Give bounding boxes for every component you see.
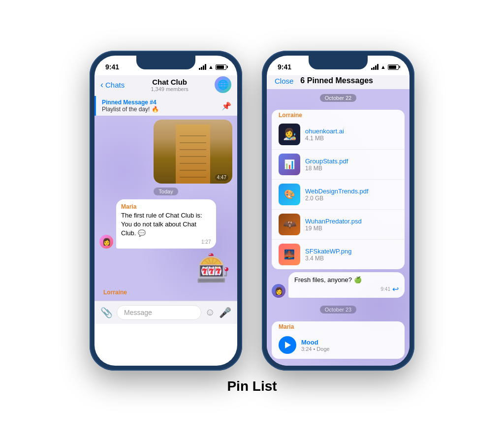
section-sender-lorraine: Lorraine xyxy=(272,110,405,120)
mood-info: Mood 3:24 • Doge xyxy=(301,339,398,352)
dont-show-btn[interactable]: Don't Show Pinned Messages xyxy=(267,362,410,366)
back-label[interactable]: Chats xyxy=(105,81,125,89)
chat-background: 4:47 Today 👩 Maria The first rule of Cha xyxy=(94,116,237,301)
phones-container: 9:41 ▲ ‹ Cha xyxy=(90,51,414,371)
phone-2: 9:41 ▲ Close 6 Pinned Mes xyxy=(262,51,414,371)
file-name-2: GroupStats.pdf xyxy=(305,157,398,165)
file-item-2[interactable]: 📊 GroupStats.pdf 18 MB xyxy=(272,150,405,180)
file-thumb-ai: 👩‍🎨 xyxy=(279,124,300,145)
wifi-icon-2: ▲ xyxy=(380,64,386,70)
incoming-message: Maria The first rule of Chat Club is: Yo… xyxy=(116,199,216,249)
pinned-content: Playlist of the day! 🔥 xyxy=(102,106,218,113)
signal-icon-2 xyxy=(371,64,378,70)
chat-title: Chat Club xyxy=(128,78,211,86)
chat-body: 4:47 Today 👩 Maria The first rule of Cha xyxy=(94,116,237,301)
file-item-4[interactable]: 🦇 WuhanPredator.psd 19 MB xyxy=(272,210,405,240)
back-chevron-icon: ‹ xyxy=(100,80,103,90)
mood-sender: Maria xyxy=(272,321,405,331)
file-name-5: SFSkateWP.png xyxy=(305,248,398,255)
chart-icon: 📊 xyxy=(284,159,295,170)
files-msg-bubble: Fresh files, anyone? 🍏 9:41 ↩ xyxy=(288,272,405,298)
file-item-3[interactable]: 🎨 WebDesignTrends.pdf 2.0 GB xyxy=(272,180,405,210)
file-name-3: WebDesignTrends.pdf xyxy=(305,188,398,195)
play-triangle-icon xyxy=(285,342,291,348)
bridge-icon: 🌉 xyxy=(284,249,295,260)
play-button[interactable] xyxy=(279,336,296,354)
image-time: 4:47 xyxy=(215,174,228,181)
bat-icon: 🦇 xyxy=(283,218,296,231)
file-item-5[interactable]: 🌉 SFSkateWP.png 3.4 MB xyxy=(272,240,405,269)
pinned-list-panel: Lorraine 👩‍🎨 ohuenkoart.ai 4.1 MB xyxy=(272,110,405,269)
forward-icon[interactable]: ↩ xyxy=(392,284,399,294)
file-info-5: SFSkateWP.png 3.4 MB xyxy=(305,248,398,262)
files-msg-text: Fresh files, anyone? 🍏 xyxy=(294,276,399,283)
date-divider: Today xyxy=(154,188,178,195)
time-1: 9:41 xyxy=(105,63,119,71)
chat-avatar[interactable]: 🌐 xyxy=(215,76,231,93)
file-size-2: 18 MB xyxy=(305,165,398,172)
files-msg-time: 9:41 xyxy=(381,286,390,292)
files-message: 👩 Fresh files, anyone? 🍏 9:41 ↩ xyxy=(272,272,405,298)
battery-icon-2 xyxy=(388,64,399,70)
incoming-message-wrap: 👩 Maria The first rule of Chat Club is: … xyxy=(99,199,232,249)
pinned-nav-title: 6 Pinned Messages xyxy=(300,76,373,85)
message-text: The first rule of Chat Club is: You do n… xyxy=(121,211,211,238)
slot-emoji: 🎰 xyxy=(196,252,230,283)
pinned-bar[interactable]: Pinned Message #4 Playlist of the day! 🔥… xyxy=(94,96,237,116)
image-message: 4:47 xyxy=(154,120,232,184)
status-icons-1: ▲ xyxy=(199,64,226,70)
messages-area: 4:47 Today 👩 Maria The first rule of Cha xyxy=(94,116,237,301)
message-time: 1:27 xyxy=(201,239,211,245)
message-meta: 1:27 xyxy=(121,239,211,245)
file-info-3: WebDesignTrends.pdf 2.0 GB xyxy=(305,188,398,202)
msg-avatar-maria: 👩 xyxy=(99,235,113,249)
date-section-oct23: October 23 xyxy=(267,301,410,318)
mic-icon[interactable]: 🎤 xyxy=(219,307,231,318)
chat-title-area: Chat Club 1,349 members xyxy=(128,78,211,92)
design-icon: 🎨 xyxy=(284,189,295,200)
files-msg-meta: 9:41 ↩ xyxy=(294,284,399,294)
phone-1: 9:41 ▲ ‹ Cha xyxy=(90,51,242,371)
emoji-icon[interactable]: ☺ xyxy=(205,307,215,318)
notch-1 xyxy=(136,56,195,69)
back-button[interactable]: ‹ Chats xyxy=(100,80,125,90)
pinned-label: Pinned Message #4 xyxy=(102,99,218,106)
file-thumb-png: 🌉 xyxy=(279,244,300,265)
file-thumb-psd: 🦇 xyxy=(279,214,300,235)
sender-name: Maria xyxy=(121,203,211,210)
chat-nav: ‹ Chats Chat Club 1,349 members 🌐 xyxy=(94,75,237,96)
file-thumb-pdf2: 🎨 xyxy=(279,184,300,205)
lorraine-label: Lorraine xyxy=(99,288,232,297)
file-info-2: GroupStats.pdf 18 MB xyxy=(305,157,398,172)
date-badge-oct23: October 23 xyxy=(320,306,356,314)
phone2-background: October 22 Lorraine 👩‍🎨 ohuenkoart.ai xyxy=(267,89,410,366)
file-size-5: 3.4 MB xyxy=(305,255,398,262)
file-info-1: ohuenkoart.ai 4.1 MB xyxy=(305,127,398,142)
ai-icon: 👩‍🎨 xyxy=(283,128,296,141)
date-section-oct22: October 22 xyxy=(267,89,410,107)
pinned-nav: Close 6 Pinned Messages xyxy=(267,75,410,89)
attach-icon[interactable]: 📎 xyxy=(100,307,113,318)
mood-title: Mood xyxy=(301,339,398,346)
message-input[interactable]: Message xyxy=(117,305,201,320)
slot-machine-emoji: 🎰 xyxy=(194,252,232,284)
file-name-1: ohuenkoart.ai xyxy=(305,127,398,135)
status-icons-2: ▲ xyxy=(371,64,399,70)
file-thumb-pdf1: 📊 xyxy=(279,154,300,175)
building-shape xyxy=(176,125,210,184)
file-name-4: WuhanPredator.psd xyxy=(305,218,398,225)
chat-input-bar: 📎 Message ☺ 🎤 xyxy=(94,301,237,324)
page-title: Pin List xyxy=(227,378,277,394)
pinned-scroll: October 22 Lorraine 👩‍🎨 ohuenkoart.ai xyxy=(267,89,410,366)
file-size-1: 4.1 MB xyxy=(305,135,398,142)
mood-item[interactable]: Mood 3:24 • Doge xyxy=(272,331,405,359)
file-size-3: 2.0 GB xyxy=(305,195,398,202)
oct23-section: Maria Mood 3:24 • Doge xyxy=(272,321,405,359)
signal-icon-1 xyxy=(199,64,206,70)
close-button[interactable]: Close xyxy=(275,77,293,85)
pin-icon[interactable]: 📌 xyxy=(221,101,231,111)
notch-2 xyxy=(309,56,368,69)
file-item-1[interactable]: 👩‍🎨 ohuenkoart.ai 4.1 MB xyxy=(272,120,405,150)
file-info-4: WuhanPredator.psd 19 MB xyxy=(305,218,398,232)
chat-subtitle: 1,349 members xyxy=(128,86,211,92)
